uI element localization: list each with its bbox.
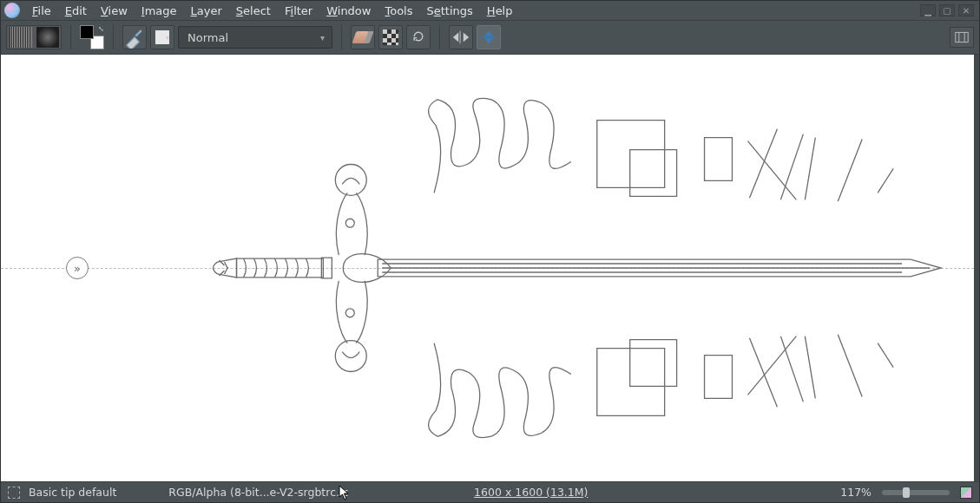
gradient-icon bbox=[10, 27, 32, 48]
svg-rect-12 bbox=[630, 150, 677, 197]
svg-point-8 bbox=[335, 164, 366, 195]
menu-filter[interactable]: Filter bbox=[278, 3, 319, 19]
svg-line-18 bbox=[747, 141, 796, 200]
menu-image[interactable]: Image bbox=[135, 3, 184, 19]
app-icon bbox=[4, 3, 20, 18]
svg-line-19 bbox=[780, 134, 803, 200]
app-window: File Edit View Image Layer Select Filter… bbox=[0, 0, 980, 503]
svg-line-22 bbox=[878, 168, 893, 193]
brush-presets-grid-button[interactable]: ▾ bbox=[150, 25, 174, 49]
eraser-icon bbox=[352, 31, 373, 43]
svg-point-9 bbox=[335, 341, 366, 372]
menu-edit[interactable]: Edit bbox=[58, 3, 94, 19]
svg-rect-14 bbox=[630, 340, 677, 387]
fg-bg-color[interactable]: ⤡ bbox=[80, 25, 104, 49]
menu-bar: File Edit View Image Layer Select Filter… bbox=[1, 1, 979, 20]
svg-line-24 bbox=[747, 336, 796, 395]
svg-line-27 bbox=[838, 335, 862, 397]
artwork bbox=[1, 55, 974, 481]
reload-icon bbox=[411, 29, 425, 46]
status-bar: Basic tip default RGB/Alpha (8-bit...e-V… bbox=[1, 481, 979, 502]
alpha-lock-icon bbox=[383, 29, 398, 45]
zoom-slider-thumb[interactable] bbox=[903, 487, 910, 498]
svg-rect-15 bbox=[705, 138, 733, 181]
menu-select[interactable]: Select bbox=[229, 3, 278, 19]
status-brush-name: Basic tip default bbox=[29, 486, 116, 499]
svg-line-20 bbox=[805, 138, 815, 200]
svg-line-25 bbox=[780, 336, 803, 402]
brush-gradient-preview[interactable] bbox=[6, 25, 62, 49]
canvas-rotation-swatch-icon[interactable] bbox=[960, 487, 972, 499]
eraser-toggle[interactable] bbox=[351, 25, 375, 49]
vertical-scrollbar[interactable] bbox=[974, 55, 979, 481]
menu-window[interactable]: Window bbox=[319, 3, 378, 19]
blend-mode-label: Normal bbox=[187, 31, 228, 44]
chevron-down-icon: ▾ bbox=[320, 33, 325, 42]
close-button[interactable]: ✕ bbox=[958, 4, 974, 16]
mirror-vertical-icon bbox=[479, 29, 498, 46]
selection-indicator-icon bbox=[8, 487, 20, 499]
svg-point-7 bbox=[345, 309, 354, 317]
workspace-chooser-button[interactable] bbox=[950, 27, 974, 48]
reload-preset-button[interactable] bbox=[406, 25, 431, 49]
svg-line-26 bbox=[805, 336, 815, 399]
pattern-icon bbox=[36, 27, 59, 48]
svg-line-17 bbox=[749, 129, 777, 199]
svg-line-23 bbox=[749, 338, 777, 408]
window-controls: ▁ ▢ ✕ bbox=[920, 4, 974, 16]
canvas[interactable] bbox=[1, 55, 974, 481]
svg-rect-0 bbox=[956, 32, 968, 42]
status-dimensions: 1600 x 1600 (13.1M) bbox=[474, 486, 588, 499]
menu-file[interactable]: File bbox=[25, 3, 58, 19]
swap-colors-icon[interactable]: ⤡ bbox=[98, 25, 104, 33]
tool-options-bar: ⤡ ▾ Normal ▾ bbox=[1, 20, 979, 55]
fg-color-swatch[interactable] bbox=[80, 25, 94, 39]
mirror-horizontal-icon bbox=[451, 29, 470, 46]
status-colorspace: RGB/Alpha (8-bit...e-V2-srgbtrc.ic bbox=[168, 486, 348, 499]
canvas-area bbox=[1, 55, 979, 481]
svg-line-21 bbox=[838, 140, 862, 202]
menu-help[interactable]: Help bbox=[480, 3, 520, 19]
mirror-horizontal-toggle[interactable] bbox=[449, 25, 473, 49]
menu-view[interactable]: View bbox=[94, 3, 135, 19]
status-zoom[interactable]: 117% bbox=[840, 486, 871, 499]
preserve-alpha-toggle[interactable] bbox=[378, 25, 403, 49]
menu-tools[interactable]: Tools bbox=[378, 3, 419, 19]
svg-line-28 bbox=[878, 343, 893, 368]
svg-rect-13 bbox=[597, 349, 665, 416]
mirror-vertical-toggle[interactable] bbox=[477, 25, 501, 49]
minimize-button[interactable]: ▁ bbox=[920, 4, 936, 16]
svg-rect-16 bbox=[705, 356, 733, 399]
svg-point-6 bbox=[345, 219, 354, 227]
zoom-slider[interactable] bbox=[882, 490, 950, 495]
svg-rect-11 bbox=[597, 121, 665, 188]
maximize-button[interactable]: ▢ bbox=[939, 4, 955, 16]
menu-settings[interactable]: Settings bbox=[420, 3, 480, 19]
blend-mode-select[interactable]: Normal ▾ bbox=[178, 26, 332, 49]
menu-layer[interactable]: Layer bbox=[184, 3, 229, 19]
brush-editor-button[interactable] bbox=[122, 25, 147, 49]
